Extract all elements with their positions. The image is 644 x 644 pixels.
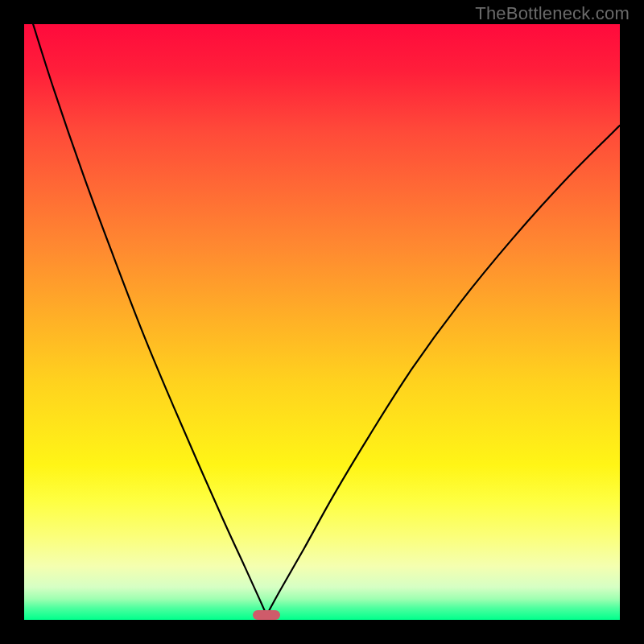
- plot-area: [24, 24, 620, 620]
- chart-frame: TheBottleneck.com: [0, 0, 644, 644]
- cusp-marker: [253, 610, 280, 620]
- watermark-text: TheBottleneck.com: [475, 3, 630, 24]
- curve-path: [33, 24, 620, 615]
- bottleneck-curve: [24, 24, 620, 620]
